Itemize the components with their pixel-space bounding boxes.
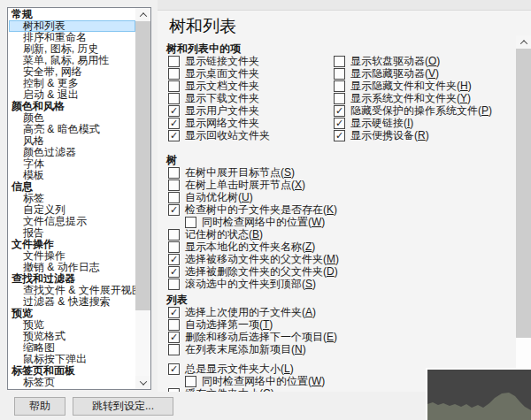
checkbox-label[interactable]: 显示网络文件夹 — [185, 117, 259, 129]
checkbox-row[interactable]: 总是显示文件夹大小(L) — [166, 363, 337, 375]
checkbox-row[interactable]: 检查树中的子文件夹是否存在(K) — [166, 203, 339, 216]
checkbox-label[interactable]: 显示隐藏文件和文件夹(H) — [350, 80, 472, 92]
checkbox-row[interactable]: 显示硬链接(I) — [332, 117, 492, 129]
checkbox-row[interactable]: 显示桌面文件夹 — [166, 67, 332, 80]
checkbox-row[interactable]: 隐藏受保护的操作系统文件(P) — [332, 104, 492, 117]
checkbox-row[interactable]: 选择被移动文件夹的父文件夹(M) — [166, 253, 339, 265]
checkbox-label[interactable]: 显示文档文件夹 — [185, 80, 259, 92]
checkbox-unchecked[interactable] — [168, 279, 180, 290]
checkbox-label[interactable]: 在树上单击时展开节点(X) — [185, 179, 305, 191]
checkbox-label[interactable]: 隐藏受保护的操作系统文件(P) — [350, 104, 492, 117]
checkbox-row[interactable]: 显示软盘驱动器(O) — [332, 55, 492, 67]
checkbox-label[interactable]: 在树中展开目标节点(S) — [185, 166, 295, 179]
checkbox-label[interactable]: 显示便携设备(R) — [350, 129, 429, 141]
checkbox-checked[interactable] — [334, 118, 345, 129]
checkbox-checked[interactable] — [168, 204, 180, 216]
checkbox-row[interactable]: 显示链接文件夹 — [166, 55, 332, 67]
checkbox-label[interactable]: 显示硬链接(I) — [350, 117, 413, 129]
scrollbar-thumb[interactable] — [135, 21, 150, 310]
checkbox-checked[interactable] — [168, 332, 180, 343]
checkbox-row[interactable]: 显示回收站文件夹 — [166, 129, 332, 141]
checkbox-checked[interactable] — [168, 307, 180, 318]
checkbox-label[interactable]: 自动优化树(U) — [185, 191, 253, 203]
checkbox-row[interactable]: 删除和移动后选择下一个项目(E) — [166, 331, 337, 343]
checkbox-unchecked[interactable] — [168, 68, 180, 80]
checkbox-unchecked[interactable] — [168, 179, 180, 191]
checkbox-row[interactable]: 显示下载文件夹 — [166, 92, 332, 104]
checkbox-unchecked[interactable] — [334, 68, 345, 80]
checkbox-checked[interactable] — [168, 118, 180, 129]
checkbox-row[interactable]: 在树中展开目标节点(S) — [166, 166, 339, 179]
checkbox-label[interactable]: 显示隐藏驱动器(V) — [350, 67, 439, 80]
scrollbar-thumb[interactable] — [516, 49, 531, 338]
checkbox-row[interactable]: 缓存文件夹大小(C) — [166, 387, 337, 392]
checkbox-unchecked[interactable] — [168, 192, 180, 203]
checkbox-label[interactable]: 记住树的状态(B) — [185, 228, 263, 241]
scroll-up-button[interactable] — [516, 35, 531, 49]
checkbox-row[interactable]: 在列表末尾添加新项目(N) — [166, 343, 337, 355]
goto-settings-button[interactable]: 跳转到设定... — [73, 397, 173, 416]
checkbox-checked[interactable] — [168, 105, 180, 117]
checkbox-row[interactable]: 显示本地化的文件夹名称(Z) — [166, 241, 339, 253]
checkbox-label[interactable]: 检查树中的子文件夹是否存在(K) — [185, 203, 337, 216]
checkbox-row[interactable]: 记住树的状态(B) — [166, 228, 339, 241]
checkbox-unchecked[interactable] — [334, 93, 345, 104]
checkbox-label[interactable]: 缓存文件夹大小(C) — [185, 387, 274, 392]
checkbox-unchecked[interactable] — [168, 80, 180, 92]
checkbox-checked[interactable] — [168, 130, 180, 141]
scroll-down-button[interactable] — [135, 376, 150, 389]
checkbox-label[interactable]: 显示软盘驱动器(O) — [350, 55, 440, 67]
scroll-up-button[interactable] — [135, 8, 150, 21]
checkbox-checked[interactable] — [168, 254, 180, 265]
help-button[interactable]: 帮助 — [14, 397, 65, 416]
checkbox-label[interactable]: 显示用户文件夹 — [185, 104, 259, 117]
checkbox-row[interactable]: 显示便携设备(R) — [332, 129, 492, 141]
checkbox-label[interactable]: 显示本地化的文件夹名称(Z) — [185, 241, 315, 253]
checkbox-row[interactable]: 选择上次使用的子文件夹(A) — [166, 306, 337, 318]
checkbox-label[interactable]: 同时检查网络中的位置(W) — [202, 216, 325, 228]
sidebar-item[interactable]: 标签页 — [9, 377, 135, 388]
checkbox-row[interactable]: 显示系统文件和文件夹(Y) — [332, 92, 492, 104]
checkbox-unchecked[interactable] — [168, 319, 180, 331]
checkbox-unchecked[interactable] — [168, 229, 180, 241]
checkbox-row[interactable]: 同时检查网络中的位置(W) — [183, 375, 337, 387]
checkbox-unchecked[interactable] — [168, 56, 180, 67]
checkbox-unchecked[interactable] — [185, 217, 196, 228]
checkbox-label[interactable]: 显示链接文件夹 — [185, 55, 259, 67]
checkbox-unchecked[interactable] — [334, 56, 345, 67]
checkbox-unchecked[interactable] — [168, 167, 180, 179]
checkbox-row[interactable]: 在树上单击时展开节点(X) — [166, 179, 339, 191]
checkbox-checked[interactable] — [334, 105, 345, 117]
checkbox-row[interactable]: 显示文档文件夹 — [166, 80, 332, 92]
checkbox-label[interactable]: 在列表末尾添加新项目(N) — [185, 343, 306, 355]
checkbox-label[interactable]: 选择被移动文件夹的父文件夹(M) — [185, 253, 339, 265]
checkbox-label[interactable]: 选择被删除文件夹的父文件夹(D) — [185, 265, 338, 278]
checkbox-row[interactable]: 显示网络文件夹 — [166, 117, 332, 129]
checkbox-label[interactable]: 选择上次使用的子文件夹(A) — [185, 306, 316, 318]
checkbox-unchecked[interactable] — [168, 388, 180, 393]
checkbox-label[interactable]: 滚动选中的文件夹到顶部(S) — [185, 278, 316, 290]
checkbox-row[interactable]: 自动选择第一项(T) — [166, 318, 337, 331]
checkbox-label[interactable]: 总是显示文件夹大小(L) — [185, 363, 294, 375]
checkbox-row[interactable]: 显示隐藏文件和文件夹(H) — [332, 80, 492, 92]
checkbox-unchecked[interactable] — [168, 344, 180, 355]
checkbox-label[interactable]: 删除和移动后选择下一个项目(E) — [185, 331, 337, 343]
checkbox-row[interactable]: 选择被删除文件夹的父文件夹(D) — [166, 265, 339, 278]
checkbox-checked[interactable] — [168, 266, 180, 278]
checkbox-row[interactable]: 自动优化树(U) — [166, 191, 339, 203]
checkbox-checked[interactable] — [168, 363, 180, 375]
checkbox-unchecked[interactable] — [168, 93, 180, 104]
checkbox-label[interactable]: 显示回收站文件夹 — [185, 129, 270, 141]
checkbox-unchecked[interactable] — [168, 241, 180, 253]
checkbox-unchecked[interactable] — [185, 376, 196, 387]
main-scrollbar[interactable] — [516, 35, 531, 392]
checkbox-unchecked[interactable] — [334, 80, 345, 92]
checkbox-label[interactable]: 显示系统文件和文件夹(Y) — [350, 92, 471, 104]
checkbox-label[interactable]: 显示桌面文件夹 — [185, 67, 259, 80]
checkbox-label[interactable]: 自动选择第一项(T) — [185, 318, 273, 331]
checkbox-checked[interactable] — [334, 130, 345, 141]
checkbox-row[interactable]: 显示隐藏驱动器(V) — [332, 67, 492, 80]
checkbox-row[interactable]: 滚动选中的文件夹到顶部(S) — [166, 278, 339, 290]
checkbox-row[interactable]: 显示用户文件夹 — [166, 104, 332, 117]
sidebar-scrollbar[interactable] — [135, 8, 150, 389]
